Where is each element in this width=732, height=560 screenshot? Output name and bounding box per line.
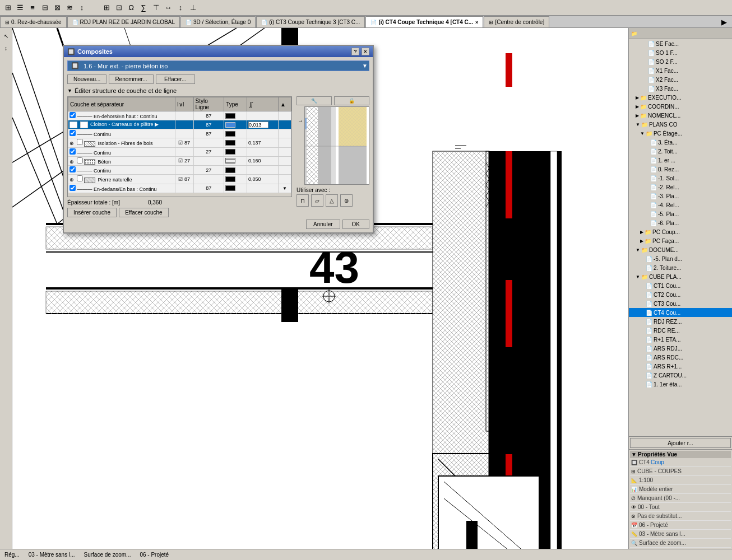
layer-checkbox-8[interactable]: [77, 175, 83, 181]
layer-checkbox-5[interactable]: [70, 148, 76, 155]
toolbar-icon-5[interactable]: ⊠: [52, 2, 63, 13]
tree-item[interactable]: 📄Z CARTOU...: [629, 371, 732, 380]
delete-layer-button[interactable]: Effacer couche: [119, 208, 169, 217]
tree-expand-arrow[interactable]: ▶: [636, 95, 639, 100]
tree-item[interactable]: 📄R+1 ETA...: [629, 335, 732, 344]
scroll-up-btn[interactable]: ▲: [278, 97, 291, 111]
layer-checkbox-4[interactable]: [77, 139, 83, 145]
toolbar-icon-4[interactable]: ⊟: [39, 2, 50, 13]
properties-collapse-arrow[interactable]: ▼: [631, 451, 637, 458]
tree-item[interactable]: 📄SO 1 F...: [629, 48, 732, 57]
tree-item[interactable]: ▶📁PC Coup...: [629, 227, 732, 236]
tab-rez-de-chaussee[interactable]: ⊞ 0. Rez-de-chaussée: [0, 16, 67, 27]
rename-button[interactable]: Renommer...: [109, 74, 153, 84]
select-tool[interactable]: ↖: [1, 30, 12, 41]
add-button[interactable]: Ajouter r...: [630, 438, 731, 448]
toolbar-icon-2[interactable]: ☰: [15, 2, 26, 13]
toolbar-icon-12[interactable]: ⊤: [150, 2, 161, 13]
tree-item[interactable]: ▼📁PC Étage...: [629, 129, 732, 138]
toolbar-icon-6[interactable]: ≋: [64, 2, 75, 13]
tree-item[interactable]: 📄X2 Fac...: [629, 75, 732, 84]
toolbar-icon-9[interactable]: ⊡: [113, 2, 124, 13]
tab-ct4[interactable]: 📄 (i) CT4 Coupe Technique 4 [CT4 C... ×: [365, 16, 483, 27]
tree-item[interactable]: 📄0. Rez...: [629, 165, 732, 174]
tree-item[interactable]: 📄-1. Sol...: [629, 174, 732, 183]
new-button[interactable]: Nouveau...: [67, 74, 106, 84]
dialog-close-button[interactable]: ×: [362, 48, 369, 55]
layer-checkbox-9[interactable]: [70, 185, 76, 191]
tree-item[interactable]: ▶📁PC Faça...: [629, 236, 732, 245]
toolbar-icon-11[interactable]: ∑: [138, 2, 149, 13]
tree-item[interactable]: 📄CT2 Cou...: [629, 290, 732, 299]
tree-expand-arrow[interactable]: ▼: [636, 248, 640, 253]
tree-item[interactable]: 📄2. Toit...: [629, 147, 732, 156]
tree-item[interactable]: 📄CT4 Cou...: [629, 308, 732, 317]
tree-item[interactable]: 📄-6. Pla...: [629, 218, 732, 227]
use-icon-slab[interactable]: ▱: [311, 194, 323, 207]
tree-item[interactable]: 📄CT1 Cou...: [629, 281, 732, 290]
tree-expand-arrow[interactable]: ▼: [636, 274, 640, 279]
section-arrow[interactable]: ▼: [67, 88, 72, 94]
tree-expand-arrow[interactable]: ▶: [640, 239, 643, 244]
toolbar-icon-8[interactable]: ⊞: [101, 2, 112, 13]
composite-dropdown-arrow[interactable]: ▼: [362, 63, 368, 69]
layer-checkbox-7[interactable]: [70, 166, 76, 172]
tree-item[interactable]: 📄SE Fac...: [629, 39, 732, 48]
layer-checkbox-1[interactable]: [70, 112, 76, 118]
tree-item[interactable]: ▶📁EXECUTIO...: [629, 93, 732, 102]
preview-left-arrow[interactable]: →: [298, 118, 303, 124]
tree-item[interactable]: ▼📁DOCUME...: [629, 245, 732, 254]
toolbar-icon-1[interactable]: ⊞: [2, 2, 13, 13]
pointer-tool[interactable]: ↕: [1, 43, 12, 54]
cancel-button[interactable]: Annuler: [306, 220, 340, 229]
toolbar-icon-10[interactable]: Ω: [126, 2, 137, 13]
tree-item[interactable]: 📄-5. Plan d...: [629, 254, 732, 263]
tab-ct3[interactable]: 📄 (i) CT3 Coupe Technique 3 [CT3 C...: [256, 16, 365, 27]
tree-item[interactable]: ▶📁COORDIN...: [629, 102, 732, 111]
tree-item[interactable]: 📄SO 2 F...: [629, 57, 732, 66]
tree-item[interactable]: 📄X3 Fac...: [629, 84, 732, 93]
tree-item[interactable]: 📄ARS R+1...: [629, 362, 732, 371]
tree-item[interactable]: 📄2. Toiture...: [629, 263, 732, 272]
tree-item[interactable]: 📄-3. Pla...: [629, 192, 732, 200]
toolbar-icon-14[interactable]: ↕: [175, 2, 186, 13]
tree-item[interactable]: 📄-2. Rel...: [629, 183, 732, 192]
tree-item[interactable]: 📄1. 1er éta...: [629, 380, 732, 389]
tree-expand-arrow[interactable]: ▼: [636, 122, 640, 127]
tree-item[interactable]: 📄-5. Pla...: [629, 209, 732, 218]
scroll-down-btn[interactable]: ▼: [278, 184, 291, 193]
tree-item[interactable]: 📄ARS RDJ...: [629, 344, 732, 353]
tree-item[interactable]: 📄RDC RE...: [629, 326, 732, 335]
tree-expand-arrow[interactable]: ▶: [636, 104, 639, 109]
tree-item[interactable]: ▼📁PLANS CO: [629, 120, 732, 129]
layer-checkbox-6[interactable]: [77, 157, 83, 164]
composite-name-input[interactable]: [81, 63, 362, 69]
use-icon-wall[interactable]: ⊓: [296, 194, 309, 207]
tree-item[interactable]: ▶📁NOMENCL...: [629, 111, 732, 120]
toolbar-icon-7[interactable]: ↕: [76, 2, 87, 13]
use-icon-shell[interactable]: ⊚: [340, 194, 353, 207]
toolbar-icon-15[interactable]: ⊥: [187, 2, 198, 13]
tab-rdj-plan[interactable]: 📄 RDJ PLAN REZ DE JARDIN GLOBAL: [67, 16, 180, 27]
layer-thick-2[interactable]: [247, 120, 279, 129]
toolbar-icon-13[interactable]: ↔: [163, 2, 174, 13]
layer-checkbox-3[interactable]: [70, 130, 76, 136]
tree-expand-arrow[interactable]: ▶: [640, 230, 643, 235]
tab-centre-controle[interactable]: ⊞ [Centre de contrôle]: [484, 16, 549, 27]
tab-3d-selection[interactable]: 📄 3D / Sélection, Étage 0: [180, 16, 256, 27]
tree-item[interactable]: 📄X1 Fac...: [629, 66, 732, 75]
tree-expand-arrow[interactable]: ▶: [636, 113, 639, 118]
toolbar-icon-3[interactable]: ≡: [27, 2, 38, 13]
tree-item[interactable]: 📄RDJ REZ...: [629, 317, 732, 326]
tree-item[interactable]: 📄3. Éta...: [629, 138, 732, 147]
tab-close-ct4[interactable]: ×: [475, 20, 478, 25]
use-icon-roof[interactable]: △: [326, 194, 338, 207]
delete-button[interactable]: Effacer...: [156, 74, 195, 84]
tree-item[interactable]: 📄-4. Rel...: [629, 200, 732, 209]
tree-item[interactable]: ▼📁CUBE PLA...: [629, 272, 732, 281]
dialog-help-button[interactable]: ?: [351, 48, 359, 55]
tree-expand-arrow[interactable]: ▼: [640, 131, 645, 136]
canvas-area[interactable]: 43 43: [12, 28, 628, 549]
tree-item[interactable]: 📄1. er ...: [629, 156, 732, 165]
tree-item[interactable]: 📄CT3 Cou...: [629, 299, 732, 308]
